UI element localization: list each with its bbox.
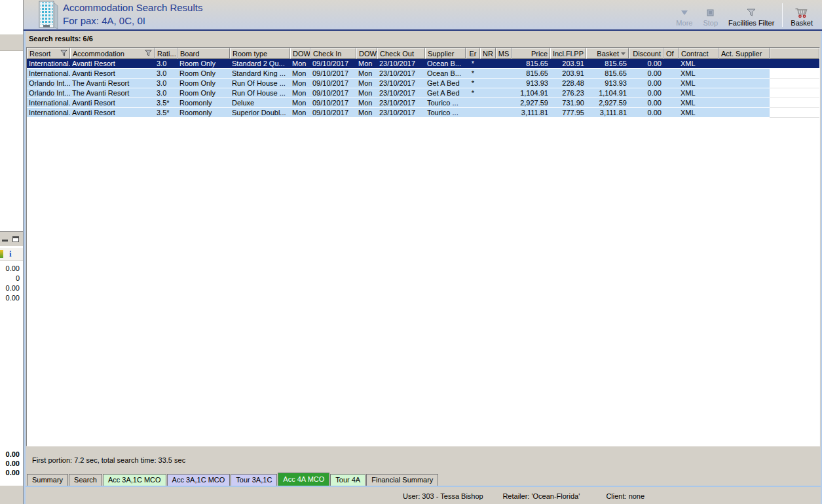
column-header-room-type[interactable]: Room type (230, 48, 290, 59)
table-row[interactable]: International...Avanti Resort3.5*Roomonl… (27, 98, 819, 108)
table-cell: 815.65 (586, 69, 629, 79)
table-cell: Mon (290, 79, 310, 88)
column-header-label: Discount (633, 50, 661, 58)
table-cell (719, 59, 770, 69)
table-cell: Avanti Resort (70, 59, 155, 69)
column-header-check-in[interactable]: Check In (310, 48, 356, 59)
client-status-text: Client: none (606, 492, 645, 500)
table-cell: 1,104.91 (586, 88, 629, 98)
column-header-filler (770, 48, 819, 59)
column-header-nr[interactable]: NR (480, 48, 496, 59)
tab-acc-3a-1c-mco[interactable]: Acc 3A,1C MCO (103, 474, 166, 486)
funnel-icon (747, 7, 756, 18)
column-header-ms[interactable]: MS (496, 48, 512, 59)
table-cell: Room Only (177, 88, 230, 98)
panel-total-value: 0.00 (0, 468, 20, 477)
tab-tour-3a-1c[interactable]: Tour 3A,1C (231, 474, 277, 486)
table-cell: 3,111.81 (586, 108, 629, 118)
table-row[interactable]: International...Avanti Resort3.0Room Onl… (27, 59, 819, 69)
table-row[interactable]: Orlando Int...The Avanti Resort3.0Room O… (27, 88, 819, 98)
search-timing-text: First portion: 7.2 sec, total search tim… (32, 456, 185, 464)
table-cell: International... (27, 69, 70, 79)
table-cell: Get A Bed (425, 88, 466, 98)
table-cell (480, 69, 496, 79)
tab-search[interactable]: Search (69, 474, 102, 486)
info-icon[interactable]: i (9, 249, 12, 259)
table-cell: 777.95 (550, 108, 586, 118)
column-header-basket[interactable]: Basket (586, 48, 629, 59)
status-bar: User: 303 - Tessa BishopRetailer: 'Ocean… (26, 488, 821, 504)
minimize-icon[interactable] (2, 236, 8, 242)
table-cell (770, 88, 819, 98)
restore-window-icon[interactable] (12, 236, 19, 242)
column-header-discount[interactable]: Discount (629, 48, 663, 59)
table-cell: Room Only (177, 69, 230, 79)
column-header-label: Resort (29, 50, 50, 58)
column-header-accommodation[interactable]: Accommodation (70, 48, 155, 59)
column-header-label: Price (531, 50, 548, 58)
column-header-board[interactable]: Board (177, 48, 230, 59)
table-cell: Ocean B... (425, 59, 466, 69)
tab-acc-3a-1c-mco[interactable]: Acc 3A,1C MCO (167, 474, 231, 486)
table-row[interactable]: Orlando Int...The Avanti Resort3.0Room O… (27, 79, 819, 88)
facilities-filter-button[interactable]: Facilities Filter (723, 2, 779, 27)
table-cell: 0.00 (629, 98, 663, 108)
column-header-dow[interactable]: DOW (290, 48, 310, 59)
basket-button[interactable]: Basket (785, 2, 818, 27)
column-header-supplier[interactable]: Supplier (425, 48, 466, 59)
column-filter-funnel-icon[interactable] (145, 50, 152, 58)
table-cell: 731.90 (550, 98, 586, 108)
table-cell: Room Only (177, 79, 230, 88)
table-cell: 0.00 (629, 59, 663, 69)
table-cell: 2,927.59 (586, 98, 629, 108)
table-cell (663, 69, 679, 79)
table-cell (480, 79, 496, 88)
table-cell: Tourico ... (425, 98, 466, 108)
table-cell: Mon (290, 88, 310, 98)
panel-total-value: 0.00 (0, 450, 20, 459)
table-cell: Tourico ... (425, 108, 466, 118)
column-header-contract[interactable]: Contract (679, 48, 719, 59)
table-cell: 09/10/2017 (310, 59, 356, 69)
table-cell: 203.91 (550, 59, 586, 69)
table-cell (496, 59, 512, 69)
table-cell: 276.23 (550, 88, 586, 98)
table-cell: Room Only (177, 59, 230, 69)
left-panel-upper-values: 0.0000.000.00 (0, 264, 23, 303)
tab-financial-summary[interactable]: Financial Summary (366, 474, 438, 486)
table-cell: International... (27, 59, 70, 69)
table-cell: 23/10/2017 (377, 79, 425, 88)
tab-tour-4a[interactable]: Tour 4A (330, 474, 365, 486)
table-cell: XML (679, 69, 719, 79)
column-header-incl-fl-pp[interactable]: Incl.Fl.PP (550, 48, 586, 59)
column-filter-funnel-icon[interactable] (60, 50, 67, 58)
table-cell (770, 59, 819, 69)
table-cell: 3.0 (155, 88, 177, 98)
tab-acc-4a-mco[interactable]: Acc 4A MCO (278, 473, 329, 486)
table-row[interactable]: International...Avanti Resort3.0Room Onl… (27, 69, 819, 79)
column-header-dow[interactable]: DOW (356, 48, 377, 59)
tab-summary[interactable]: Summary (27, 474, 68, 486)
table-row[interactable]: International...Avanti Resort3.5*Roomonl… (27, 108, 819, 118)
table-cell: 0.00 (629, 88, 663, 98)
column-header-label: Room type (233, 50, 267, 58)
table-cell: XML (679, 88, 719, 98)
table-cell: The Avanti Resort (70, 79, 155, 88)
column-header-price[interactable]: Price (512, 48, 550, 59)
column-header-label: Of (666, 50, 674, 58)
column-header-of[interactable]: Of (663, 48, 679, 59)
column-header-check-out[interactable]: Check Out (377, 48, 425, 59)
toolbar-buttons: MoreStopFacilities FilterBasket (671, 2, 818, 27)
column-header-er[interactable]: Er (466, 48, 480, 59)
column-header-resort[interactable]: Resort (27, 48, 70, 59)
column-header-act-supplier[interactable]: Act. Supplier (719, 48, 770, 59)
table-cell (496, 69, 512, 79)
table-cell: 3.0 (155, 79, 177, 88)
table-cell (480, 108, 496, 118)
column-header-rati-[interactable]: Rati... (155, 48, 177, 59)
page-title: Accommodation Search Results (63, 1, 202, 14)
panel-value: 0.00 (0, 283, 20, 293)
results-content: Search results: 6/6 ResortAccommodationR… (24, 31, 822, 504)
table-cell: 3.5* (155, 98, 177, 108)
table-cell (719, 79, 770, 88)
